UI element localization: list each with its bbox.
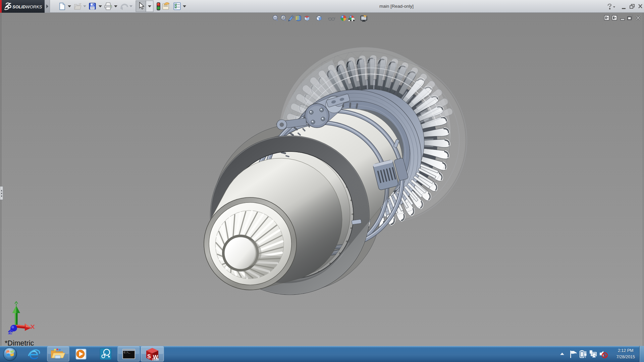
svg-text:SOLIDWORKS: SOLIDWORKS xyxy=(12,4,42,9)
svg-text:*Dimetric: *Dimetric xyxy=(5,339,34,346)
svg-text:S: S xyxy=(147,354,151,359)
svg-text:C:\_: C:\_ xyxy=(124,351,130,354)
svg-text:2015: 2015 xyxy=(152,358,159,361)
